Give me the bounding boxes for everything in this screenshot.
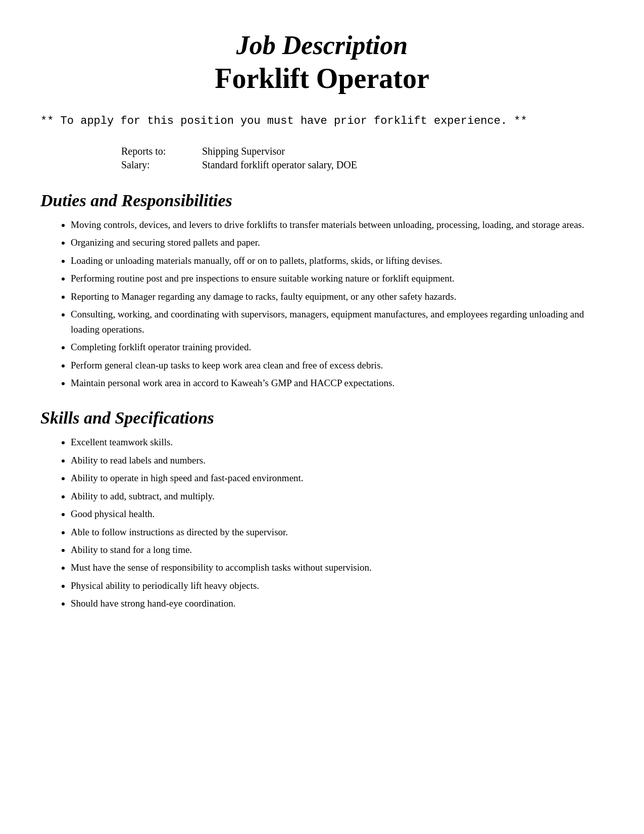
list-item: Must have the sense of responsibility to… [71,560,604,575]
list-item: Ability to read labels and numbers. [71,453,604,468]
duties-section: Duties and Responsibilities Moving contr… [40,191,604,390]
list-item: Good physical health. [71,506,604,521]
duties-heading: Duties and Responsibilities [40,191,604,210]
list-item: Consulting, working, and coordinating wi… [71,307,604,337]
reports-to-row: Reports to: Shipping Supervisor [121,146,604,157]
skills-section: Skills and Specifications Excellent team… [40,408,604,611]
job-title: Forklift Operator [40,62,604,95]
job-description-label: Job Description [40,30,604,60]
list-item: Completing forklift operator training pr… [71,340,604,354]
list-item: Organizing and securing stored pallets a… [71,235,604,250]
info-table: Reports to: Shipping Supervisor Salary: … [121,146,604,171]
salary-label: Salary: [121,159,202,171]
requirement-note: ** To apply for this position you must h… [40,115,604,127]
page-header: Job Description Forklift Operator [40,30,604,95]
reports-to-label: Reports to: [121,146,202,157]
salary-value: Standard forklift operator salary, DOE [202,159,357,171]
list-item: Moving controls, devices, and levers to … [71,217,604,232]
list-item: Able to follow instructions as directed … [71,525,604,539]
skills-list: Excellent teamwork skills.Ability to rea… [71,435,604,611]
reports-to-value: Shipping Supervisor [202,146,285,157]
list-item: Should have strong hand-eye coordination… [71,596,604,611]
list-item: Ability to add, subtract, and multiply. [71,489,604,503]
list-item: Ability to stand for a long time. [71,542,604,557]
skills-heading: Skills and Specifications [40,408,604,428]
list-item: Ability to operate in high speed and fas… [71,471,604,485]
list-item: Perform general clean-up tasks to keep w… [71,358,604,373]
list-item: Maintain personal work area in accord to… [71,376,604,390]
list-item: Reporting to Manager regarding any damag… [71,289,604,304]
duties-list: Moving controls, devices, and levers to … [71,217,604,390]
list-item: Physical ability to periodically lift he… [71,578,604,593]
list-item: Excellent teamwork skills. [71,435,604,449]
salary-row: Salary: Standard forklift operator salar… [121,159,604,171]
list-item: Performing routine post and pre inspecti… [71,271,604,286]
list-item: Loading or unloading materials manually,… [71,253,604,268]
